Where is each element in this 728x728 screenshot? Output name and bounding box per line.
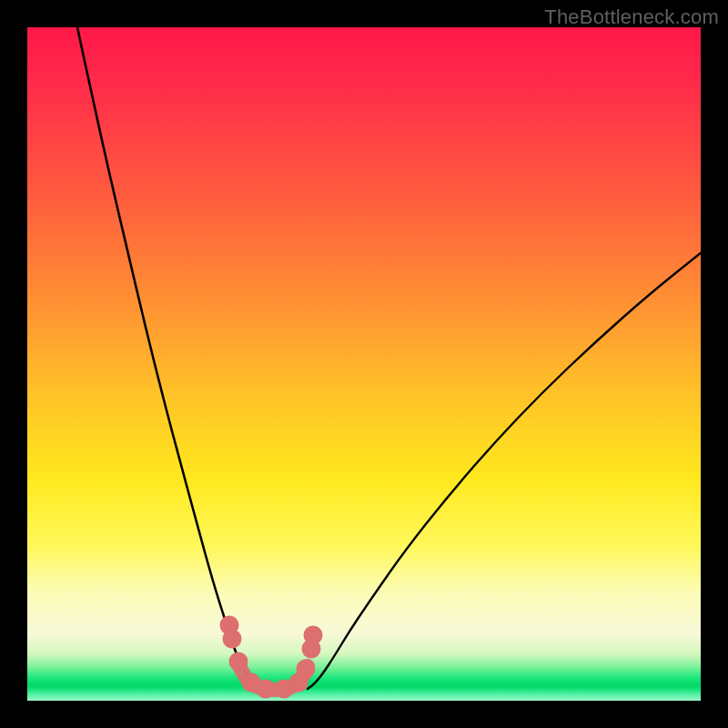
valley-marker xyxy=(304,626,323,645)
left-curve xyxy=(77,27,264,689)
right-curve xyxy=(308,253,701,689)
valley-markers xyxy=(220,616,323,699)
valley-marker xyxy=(297,660,316,679)
chart-frame: TheBottleneck.com xyxy=(0,0,728,728)
valley-marker xyxy=(229,652,248,672)
watermark-text: TheBottleneck.com xyxy=(544,5,719,29)
plot-area xyxy=(27,27,701,701)
valley-marker xyxy=(257,680,276,699)
curve-layer xyxy=(27,27,701,701)
valley-marker xyxy=(223,630,242,649)
